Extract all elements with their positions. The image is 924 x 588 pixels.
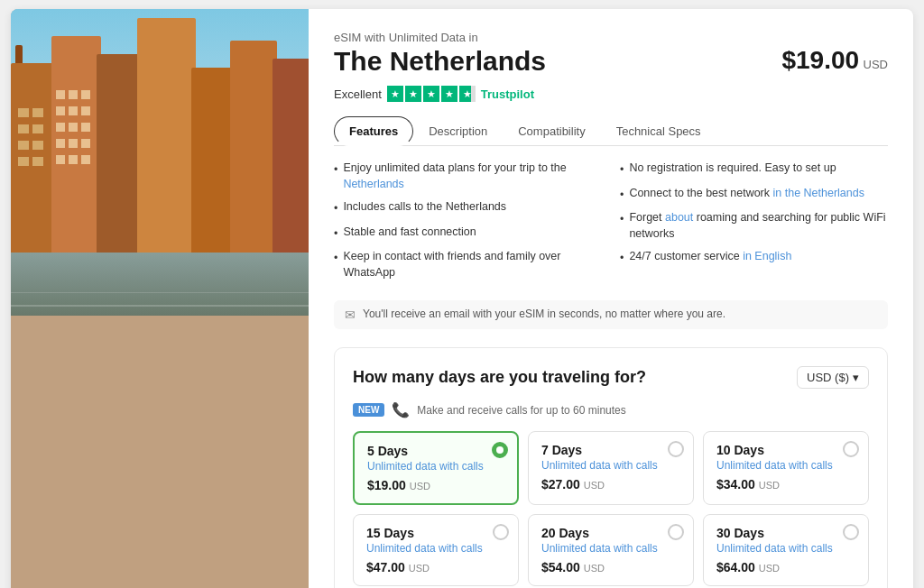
days-header: How many days are you traveling for? USD… [353,366,869,389]
plan-card-30days[interactable]: 30 Days Unlimited data with calls $64.00… [703,514,869,586]
bullet-4: • [334,251,337,267]
features-col-right: • No registration is required. Easy to s… [620,161,888,288]
plan-price-5days: $19.00 USD [367,478,504,492]
currency-select[interactable]: USD ($) ▾ [797,366,869,389]
bullet-7: • [620,212,624,228]
bullet-2: • [334,201,337,217]
feature-item-8: • 24/7 customer service in English [620,249,888,267]
right-panel: eSIM with Unlimited Data in The Netherla… [309,9,913,588]
plan-price-20days: $54.00 USD [541,560,680,574]
star-2: ★ [405,86,421,102]
feature-item-7: • Forget about roaming and searching for… [620,210,888,242]
trustpilot-row: Excellent ★ ★ ★ ★ ★ Trustpilot [334,86,888,102]
plan-radio-20days [668,524,684,540]
product-title: The Netherlands [334,46,546,77]
title-row: The Netherlands $19.00 USD [334,46,888,77]
feature-item-1: • Enjoy unlimited data plans for your tr… [334,161,602,192]
trustpilot-label: Excellent [334,87,382,101]
feature-item-3: • Stable and fast connection [334,225,602,243]
tab-technical-specs[interactable]: Technical Specs [601,116,716,146]
plan-days-7days: 7 Days [541,443,680,457]
plan-card-20days[interactable]: 20 Days Unlimited data with calls $54.00… [528,514,694,586]
feature-item-5: • No registration is required. Easy to s… [620,161,888,179]
days-section: How many days are you traveling for? USD… [334,347,888,588]
currency-label: USD ($) [807,371,849,384]
plan-card-5days[interactable]: 5 Days Unlimited data with calls $19.00 … [353,431,519,505]
new-badge: NEW [353,403,384,417]
plan-days-5days: 5 Days [367,444,504,458]
trustpilot-brand: Trustpilot [481,87,534,101]
hero-image [11,9,309,316]
star-4: ★ [441,86,457,102]
tab-features[interactable]: Features [334,116,413,146]
stars: ★ ★ ★ ★ ★ [387,86,476,102]
tabs-bar: Features Description Compatibility Techn… [334,116,888,146]
star-1: ★ [387,86,403,102]
calls-info: Make and receive calls for up to 60 minu… [417,404,625,417]
plan-radio-7days [668,441,684,457]
price-amount: $19.00 [781,46,859,74]
plan-type-30days: Unlimited data with calls [716,542,855,555]
bullet-6: • [620,188,624,204]
bullet-5: • [620,162,624,179]
currency-chevron-icon: ▾ [853,371,859,384]
email-notice: ✉ You'll receive an email with your eSIM… [334,300,888,329]
plan-days-30days: 30 Days [716,526,855,540]
plan-price-7days: $27.00 USD [541,477,680,492]
new-badge-row: NEW 📞 Make and receive calls for up to 6… [353,401,869,418]
product-subtitle: eSIM with Unlimited Data in [334,31,888,44]
feature-item-6: • Connect to the best network in the Net… [620,186,888,204]
plan-price-30days: $64.00 USD [716,560,855,574]
feature-item-4: • Keep in contact with friends and famil… [334,249,602,280]
star-5: ★ [459,86,476,102]
plan-radio-30days [843,524,859,540]
plan-radio-10days [843,441,859,457]
plan-radio-15days [493,524,509,540]
bullet-1: • [334,162,337,179]
left-panel: ⊞ Scan the QR code and connect instantly [11,9,309,588]
plan-days-15days: 15 Days [366,526,505,540]
plan-type-10days: Unlimited data with calls [716,459,855,472]
plan-days-20days: 20 Days [541,526,680,540]
bullet-8: • [620,251,624,267]
page-container: ⊞ Scan the QR code and connect instantly [11,9,913,588]
features-col-left: • Enjoy unlimited data plans for your tr… [334,161,602,288]
feature-item-2: • Includes calls to the Netherlands [334,199,602,217]
price-currency: USD [864,58,888,71]
phone-icon: 📞 [392,401,410,418]
star-3: ★ [423,86,439,102]
email-icon: ✉ [345,308,356,322]
bullet-3: • [334,226,337,243]
plan-card-7days[interactable]: 7 Days Unlimited data with calls $27.00 … [528,431,694,505]
tab-description[interactable]: Description [413,116,503,146]
email-notice-text: You'll receive an email with your eSIM i… [363,308,725,320]
plan-type-5days: Unlimited data with calls [367,460,504,473]
features-section: • Enjoy unlimited data plans for your tr… [334,161,888,288]
plan-days-10days: 10 Days [716,443,855,457]
plan-radio-5days [492,442,508,458]
days-title: How many days are you traveling for? [353,368,646,387]
plan-type-7days: Unlimited data with calls [541,459,680,472]
plan-type-15days: Unlimited data with calls [366,542,505,555]
plan-type-20days: Unlimited data with calls [541,542,680,555]
plan-price-10days: $34.00 USD [716,477,855,492]
plan-card-15days[interactable]: 15 Days Unlimited data with calls $47.00… [353,514,519,586]
plan-price-15days: $47.00 USD [366,560,505,574]
price-block: $19.00 USD [781,46,888,75]
plans-grid: 5 Days Unlimited data with calls $19.00 … [353,431,869,588]
tab-compatibility[interactable]: Compatibility [503,116,600,146]
plan-card-10days[interactable]: 10 Days Unlimited data with calls $34.00… [703,431,869,505]
